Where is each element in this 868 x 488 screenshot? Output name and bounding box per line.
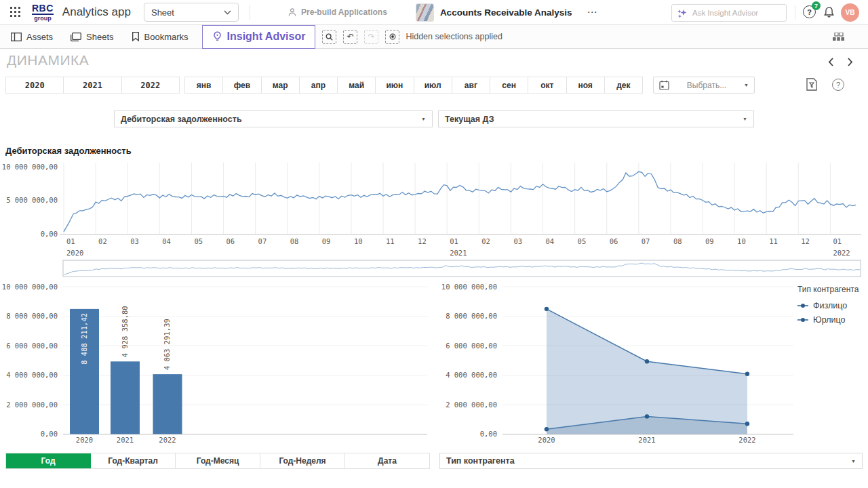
svg-text:6 000 000,00: 6 000 000,00 — [446, 342, 497, 350]
legend-item-label: Физлицо — [813, 301, 847, 310]
chevron-down-icon — [224, 10, 231, 15]
bar-2020[interactable] — [70, 309, 99, 434]
legend-item-2[interactable]: Юрлицо — [797, 315, 865, 325]
year-filter-item-2020[interactable]: 2020 — [6, 77, 64, 93]
month-filter-item-окт[interactable]: окт — [528, 77, 566, 93]
period-tab-4[interactable]: Год-Неделя — [260, 453, 345, 468]
date-picker-placeholder: Выбрать... — [669, 81, 744, 90]
month-filter-item-дек[interactable]: дек — [605, 77, 642, 93]
month-filter-item-фев[interactable]: фев — [223, 77, 261, 93]
sheet-overview-button[interactable] — [833, 32, 844, 44]
month-filter-item-апр[interactable]: апр — [300, 77, 338, 93]
period-tab-1[interactable]: Год — [6, 453, 91, 468]
charts-layer: 0,005 000 000,0010 000 000,0001202002030… — [0, 0, 868, 488]
help-menu-button[interactable]: ? 7 — [803, 5, 818, 20]
svg-text:2020: 2020 — [76, 436, 93, 444]
legend-title: Тип контрагента — [797, 285, 865, 294]
year-filter-item-2022[interactable]: 2022 — [122, 77, 179, 93]
line-chart-title: Дебиторская задолженность — [5, 146, 132, 156]
sheet-selector-dropdown[interactable]: Sheet — [144, 3, 239, 22]
notifications-bell-button[interactable] — [823, 6, 835, 21]
month-filter-item-мар[interactable]: мар — [262, 77, 300, 93]
insight-advisor-toggle[interactable]: Insight Advisor — [202, 25, 316, 49]
logo-text-bottom: group — [32, 16, 54, 22]
next-sheet-button[interactable] — [845, 57, 856, 68]
bookmarks-label: Bookmarks — [144, 32, 189, 42]
svg-text:10 000 000,00: 10 000 000,00 — [441, 283, 497, 291]
redo-icon: ↷ — [368, 32, 375, 41]
app-thumbnail — [416, 3, 434, 22]
measure-dropdown-1[interactable]: Дебиторская задолженность ▼ — [114, 110, 433, 127]
nav-context[interactable]: Pre-build Applications — [288, 7, 387, 17]
assets-button[interactable]: Assets — [11, 32, 53, 42]
notification-badge: 7 — [812, 1, 821, 10]
svg-text:02: 02 — [481, 237, 490, 245]
app-launcher-icon[interactable] — [10, 7, 21, 18]
svg-text:11: 11 — [386, 237, 395, 245]
bell-icon — [823, 6, 835, 18]
svg-text:2022: 2022 — [159, 436, 176, 444]
hidden-selections-button[interactable] — [385, 30, 399, 44]
grid-view-icon — [833, 33, 844, 41]
qlik-sense-app-window: RBC group Analytics app Sheet Pre-build … — [0, 0, 868, 488]
svg-text:4 000 000,00: 4 000 000,00 — [446, 371, 497, 379]
legend-item-1[interactable]: Физлицо — [797, 301, 865, 310]
svg-text:6 000 000,00: 6 000 000,00 — [6, 342, 58, 350]
month-filter-item-сен[interactable]: сен — [490, 77, 528, 93]
step-back-button[interactable]: ↶ — [343, 30, 357, 44]
prev-sheet-button[interactable] — [827, 57, 837, 68]
year-filter-item-2021[interactable]: 2021 — [64, 77, 121, 93]
measure-dropdown-2-value: Текущая ДЗ — [445, 115, 743, 124]
period-tab-2[interactable]: Год-Квартал — [91, 453, 176, 468]
svg-text:2020: 2020 — [538, 436, 555, 444]
bar-chart-by-year[interactable]: 0,002 000 000,004 000 000,006 000 000,00… — [2, 283, 427, 445]
svg-text:0,00: 0,00 — [41, 430, 58, 438]
svg-text:04: 04 — [546, 237, 555, 245]
app-name: Analytics app — [62, 5, 131, 19]
svg-text:01: 01 — [450, 237, 458, 245]
svg-text:04: 04 — [162, 237, 171, 245]
month-filter-item-июн[interactable]: июн — [376, 77, 414, 93]
magnifier-icon — [326, 33, 333, 41]
bar-2022[interactable] — [153, 374, 182, 434]
month-filter-item-янв[interactable]: янв — [185, 77, 223, 93]
svg-text:2021: 2021 — [638, 436, 655, 444]
month-filter: янвфевмарапрмайиюниюлавгсеноктноядек — [184, 77, 643, 94]
more-options-button[interactable]: ⋯ — [587, 6, 597, 18]
search-input[interactable] — [692, 9, 774, 17]
period-tabs: ГодГод-КварталГод-МесяцГод-НеделяДата — [5, 453, 430, 469]
measure-dropdown-2[interactable]: Текущая ДЗ ▼ — [438, 110, 754, 127]
month-filter-item-июл[interactable]: июл — [414, 77, 452, 93]
period-tab-3[interactable]: Год-Месяц — [176, 453, 260, 468]
selections-tool-button[interactable] — [806, 78, 818, 94]
user-avatar[interactable]: VB — [841, 3, 859, 22]
period-tab-5[interactable]: Дата — [345, 453, 429, 468]
chevron-right-icon — [845, 57, 854, 67]
bar-2021[interactable] — [111, 361, 140, 434]
svg-text:08: 08 — [290, 237, 299, 245]
svg-text:06: 06 — [226, 237, 235, 245]
month-filter-item-ноя[interactable]: ноя — [567, 77, 605, 93]
svg-text:08: 08 — [673, 237, 682, 245]
document-title: Accounts Receivable Analysis — [440, 7, 572, 18]
dimension-dropdown[interactable]: Тип контрагента ▼ — [439, 453, 863, 469]
sheet-help-button[interactable]: ? — [832, 79, 844, 91]
line-chart[interactable]: 0,005 000 000,0010 000 000,0001202002030… — [2, 163, 861, 258]
insight-advisor-search[interactable] — [671, 4, 787, 22]
svg-text:10 000 000,00: 10 000 000,00 — [2, 283, 58, 291]
bookmarks-button[interactable]: Bookmarks — [132, 32, 189, 42]
dimension-dropdown-value: Тип контрагента — [446, 456, 851, 466]
svg-text:09: 09 — [705, 237, 714, 245]
line-chart-minimap[interactable] — [63, 260, 861, 277]
top-bar: RBC group Analytics app Sheet Pre-build … — [0, 0, 868, 25]
search-selections-button[interactable] — [322, 30, 336, 44]
sheets-button[interactable]: Sheets — [71, 32, 113, 42]
document-filter-icon — [806, 78, 818, 91]
area-chart-by-contractor[interactable]: 0,002 000 000,004 000 000,006 000 000,00… — [441, 283, 793, 445]
month-filter-item-авг[interactable]: авг — [452, 77, 490, 93]
rbc-group-logo: RBC group — [32, 3, 54, 22]
step-forward-button[interactable]: ↷ — [364, 30, 378, 44]
date-picker[interactable]: Выбрать... ▼ — [653, 77, 755, 94]
user-icon — [288, 7, 297, 17]
month-filter-item-май[interactable]: май — [338, 77, 376, 93]
